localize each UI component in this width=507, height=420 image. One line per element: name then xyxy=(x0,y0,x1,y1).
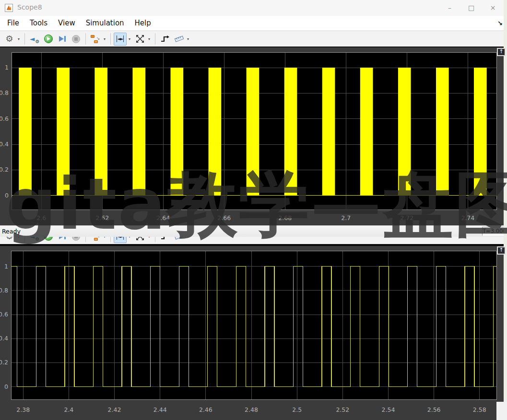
y-tick-label: 0.8 xyxy=(0,287,8,294)
signal-selector-button[interactable]: ↘ xyxy=(89,237,102,243)
play-icon xyxy=(44,237,53,241)
y-tick-label: 0.4 xyxy=(0,335,8,342)
dropdown-caret-icon[interactable]: ▾ xyxy=(147,33,152,46)
dropdown-caret-icon[interactable]: ▾ xyxy=(102,33,107,46)
window-controls: –□× xyxy=(439,0,504,16)
status-text: Ready xyxy=(2,228,21,235)
x-tick-label: 2.64 xyxy=(156,214,170,222)
ruler-icon xyxy=(174,35,184,43)
trigger-icon xyxy=(160,35,170,43)
trigger-button[interactable] xyxy=(158,237,171,243)
highlight-block-button[interactable]: ◄⚙ xyxy=(28,33,41,46)
step-forward-button[interactable] xyxy=(56,33,69,46)
y-tick-label: 0.2 xyxy=(0,359,8,366)
gear-icon: ⚙ xyxy=(5,237,13,241)
play-icon xyxy=(44,35,53,43)
background-patch xyxy=(496,402,507,420)
scope-canvas-top[interactable]: ↑ 2.62.622.642.662.682.72.722.7400.20.40… xyxy=(0,47,507,225)
zoom-button[interactable]: ◄► xyxy=(114,33,127,46)
y-tick-label: 0 xyxy=(4,383,8,390)
menu-item-view[interactable]: View xyxy=(53,16,81,31)
measurements-button[interactable] xyxy=(172,33,185,46)
measurements-button[interactable] xyxy=(172,237,185,243)
menu-item-help[interactable]: Help xyxy=(130,16,156,31)
minimize-button[interactable]: – xyxy=(439,0,460,16)
menu-item-simulation[interactable]: Simulation xyxy=(81,16,130,31)
dropdown-caret-icon[interactable]: ▾ xyxy=(186,237,190,243)
step-forward-icon xyxy=(59,36,66,42)
y-tick-label: 1 xyxy=(5,64,9,71)
y-tick-label: 0.2 xyxy=(0,166,9,173)
status-bar: Ready T=3.000 xyxy=(0,225,507,237)
menu-item-tools[interactable]: Tools xyxy=(24,16,53,31)
x-tick-label: 2.66 xyxy=(217,214,231,222)
dropdown-caret-icon[interactable]: ▾ xyxy=(16,237,21,243)
highlight-block-icon: ◄⚙ xyxy=(30,237,39,241)
dropdown-caret-icon[interactable]: ▾ xyxy=(186,33,190,46)
y-tick-label: 0.6 xyxy=(0,311,8,318)
x-tick-label: 2.5 xyxy=(292,406,302,413)
scope-up-arrow-button-top[interactable]: ↑ xyxy=(497,48,506,56)
scope-toolbar: ⚙▾◄⚙↘▾◄►▾▾▾ xyxy=(0,31,507,47)
zoom-x-icon: ◄► xyxy=(117,35,124,42)
scope-toolbar-clipped: ⚙▾◄⚙↘▾◄►▾▾▾ xyxy=(0,237,507,244)
fit-to-view-button[interactable] xyxy=(133,33,146,46)
simulink-scope-icon xyxy=(5,4,13,12)
toolbar-separator xyxy=(24,33,25,45)
x-tick-label: 2.62 xyxy=(95,214,109,222)
step-forward-icon xyxy=(59,237,66,239)
close-button[interactable]: × xyxy=(482,0,504,16)
dropdown-caret-icon[interactable]: ▾ xyxy=(102,237,107,243)
dock-arrow-icon[interactable]: ↘ xyxy=(497,16,503,31)
trigger-button[interactable] xyxy=(158,33,171,46)
run-button[interactable] xyxy=(42,33,55,46)
dropdown-caret-icon[interactable]: ▾ xyxy=(147,237,152,243)
gear-icon: ⚙ xyxy=(5,35,13,43)
x-tick-label: 2.46 xyxy=(199,406,212,413)
y-tick-label: 0.6 xyxy=(0,115,9,122)
zoom-x-icon: ◄► xyxy=(117,237,124,240)
maximize-button[interactable]: □ xyxy=(460,0,482,16)
title-bar: Scope8 –□× xyxy=(0,0,507,16)
scope-bottom-plot[interactable]: 2.382.42.422.442.462.482.52.522.542.562.… xyxy=(0,246,507,420)
stop-button[interactable] xyxy=(70,33,83,46)
stop-icon xyxy=(72,35,80,43)
x-tick-label: 2.56 xyxy=(427,406,441,413)
run-button[interactable] xyxy=(42,237,55,243)
toolbar-separator xyxy=(155,237,155,242)
dropdown-caret-icon[interactable]: ▾ xyxy=(127,237,132,243)
toolbar-separator xyxy=(110,237,111,242)
fit-to-view-button[interactable] xyxy=(133,237,146,243)
scope-canvas-bottom[interactable]: ↑ 2.382.42.422.442.462.482.52.522.542.56… xyxy=(0,246,507,420)
x-tick-label: 2.44 xyxy=(153,406,167,413)
menu-bar: FileToolsViewSimulationHelp xyxy=(0,16,507,31)
dropdown-caret-icon[interactable]: ▾ xyxy=(127,33,132,46)
x-tick-label: 2.7 xyxy=(341,214,351,222)
signal-selector-icon: ↘ xyxy=(91,237,100,241)
y-tick-label: 1 xyxy=(4,263,8,270)
trigger-icon xyxy=(160,237,170,240)
scope-up-arrow-button-bottom[interactable]: ↑ xyxy=(497,246,506,255)
highlight-block-button[interactable]: ◄⚙ xyxy=(28,237,41,243)
x-tick-label: 2.4 xyxy=(64,406,73,413)
desktop-edge-strip xyxy=(504,0,507,420)
toolbar-separator xyxy=(85,33,86,45)
close-icon: × xyxy=(490,4,496,12)
dropdown-caret-icon[interactable]: ▾ xyxy=(16,33,21,46)
toolbar-separator xyxy=(24,237,25,242)
toolbar-separator xyxy=(155,33,155,45)
stop-icon xyxy=(72,237,80,241)
scope-top-plot[interactable]: 2.62.622.642.662.682.72.722.7400.20.40.6… xyxy=(0,47,507,225)
toolbar-sliver: ⚙▾◄⚙↘▾◄►▾▾▾ xyxy=(0,237,507,244)
zoom-button[interactable]: ◄► xyxy=(114,237,127,243)
menu-item-file[interactable]: File xyxy=(2,16,24,31)
window-title: Scope8 xyxy=(17,3,42,11)
y-tick-label: 0.4 xyxy=(0,140,9,148)
step-forward-button[interactable] xyxy=(56,237,69,243)
settings-button[interactable]: ⚙ xyxy=(3,33,16,46)
settings-button[interactable]: ⚙ xyxy=(3,237,16,243)
x-tick-label: 2.72 xyxy=(400,214,413,222)
x-tick-label: 2.48 xyxy=(245,406,258,413)
signal-selector-button[interactable]: ↘ xyxy=(89,33,102,46)
stop-button[interactable] xyxy=(70,237,83,243)
